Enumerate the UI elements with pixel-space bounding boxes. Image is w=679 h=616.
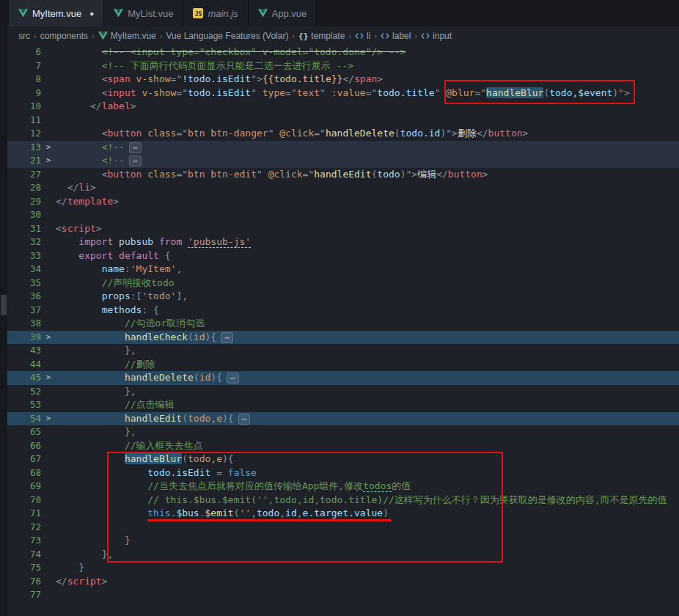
token: //勾选or取消勾选: [125, 318, 205, 329]
code-text: </script>: [56, 575, 679, 589]
indent-whitespace: [56, 359, 125, 370]
line-number[interactable]: 28: [7, 181, 41, 195]
token: //输入框失去焦点: [125, 440, 203, 451]
line-number[interactable]: 29: [7, 195, 41, 209]
code-line-28: 28 </li>: [7, 181, 679, 195]
line-number[interactable]: 65: [7, 425, 41, 439]
breadcrumb-item-vue-language-features-volar-[interactable]: Vue Language Features (Volar): [166, 31, 288, 41]
token: button: [107, 128, 142, 139]
code-line-54: 54> handleEdit(todo,e){⋯: [7, 412, 679, 426]
token: >: [90, 182, 96, 193]
line-number[interactable]: 34: [7, 263, 41, 276]
line-number[interactable]: 36: [7, 290, 41, 304]
breadcrumb-item-template[interactable]: {}template: [298, 31, 345, 41]
fold-chevron-icon[interactable]: >: [41, 412, 56, 426]
line-number[interactable]: 67: [7, 452, 41, 466]
line-number[interactable]: 53: [7, 398, 41, 412]
breadcrumb-label: components: [40, 31, 88, 41]
breadcrumb-item-src[interactable]: src: [18, 31, 30, 41]
tag-icon: [421, 32, 430, 40]
code-text: }: [56, 534, 679, 548]
line-number[interactable]: 9: [7, 87, 41, 100]
token: //声明接收todo: [102, 277, 175, 288]
fold-chevron-icon[interactable]: >: [41, 154, 56, 168]
tab-main-js[interactable]: JSmain.js: [183, 0, 248, 26]
tab-app-vue[interactable]: App.vue: [249, 0, 318, 26]
code-line-76: 76</script>: [7, 575, 679, 589]
line-number[interactable]: 68: [7, 466, 41, 480]
line-number[interactable]: 74: [7, 548, 41, 562]
breadcrumb-label: Vue Language Features (Volar): [166, 31, 288, 41]
breadcrumb-item-myitem-vue[interactable]: MyItem.vue: [98, 31, 156, 41]
line-number[interactable]: 75: [7, 561, 41, 575]
line-number[interactable]: 8: [7, 73, 41, 87]
line-number[interactable]: 21: [7, 154, 41, 168]
breadcrumb-label: input: [433, 31, 452, 41]
code-line-71: 71 this.$bus.$emit('',todo,id,e.target.v…: [7, 507, 679, 521]
line-number[interactable]: 27: [7, 168, 41, 182]
vue-icon: [18, 9, 28, 18]
breadcrumb-item-components[interactable]: components: [40, 31, 88, 41]
token: script: [67, 576, 102, 587]
fold-chevron-icon[interactable]: >: [41, 331, 56, 345]
breadcrumb-item-input[interactable]: input: [421, 31, 452, 41]
indent-whitespace: [56, 507, 147, 518]
code-line-35: 35 //声明接收todo: [7, 276, 679, 290]
fold-column: [41, 127, 56, 141]
tab-myitem-vue[interactable]: MyItem.vue●: [9, 0, 104, 26]
token: v-show: [136, 73, 171, 84]
line-number[interactable]: 52: [7, 385, 41, 399]
token: ){: [205, 331, 217, 342]
breadcrumb-item-label[interactable]: label: [381, 31, 411, 41]
tab-label: MyList.vue: [128, 8, 173, 19]
line-number[interactable]: 70: [7, 494, 41, 507]
line-number[interactable]: 13: [7, 141, 41, 155]
line-number[interactable]: 39: [7, 331, 41, 345]
fold-column: [41, 480, 56, 494]
line-number[interactable]: 7: [7, 59, 41, 73]
breadcrumb-label: MyItem.vue: [111, 31, 156, 41]
line-number[interactable]: 54: [7, 412, 41, 426]
code-editor[interactable]: 6 <!-- <input type="checkbox" v-model="t…: [7, 45, 679, 616]
tab-mylist-vue[interactable]: MyList.vue: [104, 0, 183, 26]
fold-column: [41, 561, 56, 575]
token: )">: [400, 169, 417, 180]
fold-column: [41, 208, 56, 222]
fold-chevron-icon[interactable]: >: [41, 371, 56, 385]
line-number[interactable]: 76: [7, 575, 41, 589]
line-number[interactable]: 69: [7, 480, 41, 494]
line-number[interactable]: 77: [7, 588, 41, 602]
token: [222, 467, 228, 478]
code-line-67: 67 handleBlur(todo,e){: [7, 452, 679, 466]
line-number[interactable]: 30: [7, 208, 41, 222]
line-number[interactable]: 43: [7, 344, 41, 358]
line-number[interactable]: 6: [7, 45, 41, 59]
fold-chevron-icon[interactable]: >: [41, 141, 56, 155]
token: export: [78, 250, 113, 261]
indent-whitespace: [56, 250, 78, 261]
token: ,: [297, 507, 303, 518]
line-number[interactable]: 32: [7, 235, 41, 249]
line-number[interactable]: 66: [7, 439, 41, 453]
code-line-29: 29</template>: [7, 195, 679, 209]
line-number[interactable]: 73: [7, 534, 41, 548]
token: : {: [142, 304, 158, 315]
line-number[interactable]: 37: [7, 304, 41, 318]
token: todo.title: [377, 87, 434, 98]
code-line-30: 30: [7, 208, 679, 222]
line-number[interactable]: 12: [7, 127, 41, 141]
line-number[interactable]: 11: [7, 114, 41, 128]
line-number[interactable]: 35: [7, 276, 41, 290]
line-number[interactable]: 38: [7, 317, 41, 331]
line-number[interactable]: 72: [7, 521, 41, 535]
line-number[interactable]: 45: [7, 371, 41, 385]
line-number[interactable]: 10: [7, 100, 41, 114]
line-number[interactable]: 31: [7, 222, 41, 236]
token: script: [62, 223, 96, 234]
breadcrumb-item-li[interactable]: li: [355, 31, 370, 41]
token: [326, 87, 331, 98]
token: todo,$event: [549, 87, 612, 98]
line-number[interactable]: 33: [7, 249, 41, 263]
line-number[interactable]: 71: [7, 507, 41, 521]
line-number[interactable]: 44: [7, 358, 41, 372]
